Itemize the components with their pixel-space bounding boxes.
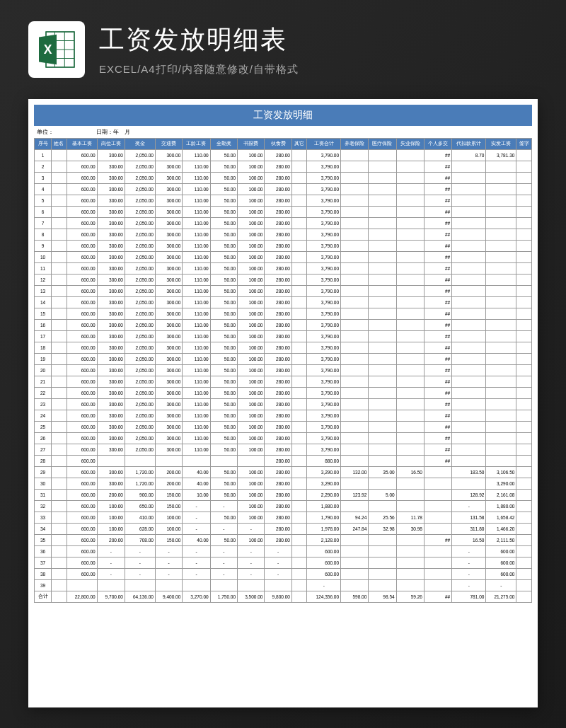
row-num: 28	[35, 456, 52, 467]
table-row: 36600.00-------600.00-600.00	[35, 546, 532, 557]
cell	[369, 308, 396, 320]
cell	[52, 478, 67, 490]
cell: 300.00	[97, 365, 125, 376]
cell	[452, 207, 486, 218]
cell: 2,050.00	[125, 320, 155, 331]
cell: 300.00	[155, 444, 182, 456]
cell: ##	[424, 320, 451, 331]
cell: ##	[424, 410, 451, 422]
cell: 50.00	[210, 399, 237, 410]
cell: ##	[424, 376, 451, 388]
cell	[125, 456, 155, 467]
row-num: 1	[35, 150, 52, 161]
cell	[52, 331, 67, 342]
cell	[452, 478, 486, 490]
cell	[516, 161, 532, 173]
cell	[291, 388, 307, 399]
cell	[291, 275, 307, 286]
cell: 100.00	[238, 150, 265, 161]
cell: 280.00	[265, 207, 291, 218]
cell: -	[183, 546, 210, 557]
cell	[291, 161, 307, 173]
cell: ##	[424, 218, 451, 229]
cell	[52, 490, 67, 501]
cell	[369, 569, 396, 580]
cell: 2,050.00	[125, 161, 155, 173]
row-num: 30	[35, 478, 52, 490]
table-row: 21600.00300.002,050.00300.00110.0050.001…	[35, 376, 532, 388]
cell: 150.00	[155, 501, 182, 512]
cell	[291, 456, 307, 467]
table-row: 12600.00300.002,050.00300.00110.0050.001…	[35, 275, 532, 286]
cell: 280.00	[265, 297, 291, 308]
cell	[291, 297, 307, 308]
col-header: 养老保险	[341, 139, 369, 150]
row-num: 4	[35, 184, 52, 195]
cell	[516, 444, 532, 456]
page-subtitle: EXCEL/A4打印/内容随意修改/自带格式	[99, 63, 299, 76]
cell	[396, 557, 424, 569]
cell	[369, 535, 396, 546]
cell	[452, 218, 486, 229]
col-header: 姓名	[52, 139, 67, 150]
cell: 100.00	[238, 241, 265, 252]
cell	[341, 207, 369, 218]
cell: 123.92	[341, 490, 369, 501]
cell: 100.00	[238, 388, 265, 399]
cell	[291, 150, 307, 161]
cell	[183, 580, 210, 591]
cell	[396, 173, 424, 184]
cell	[396, 410, 424, 422]
cell: 300.00	[155, 275, 182, 286]
cell: 2,050.00	[125, 150, 155, 161]
cell: 50.00	[210, 354, 237, 365]
cell: 2,050.00	[125, 207, 155, 218]
totals-cell: 781.00	[452, 591, 486, 603]
cell	[516, 478, 532, 490]
cell: 35.00	[369, 467, 396, 478]
cell: 2,161.08	[486, 490, 516, 501]
cell: 5.00	[369, 490, 396, 501]
cell	[424, 512, 451, 524]
cell: 600.00	[67, 161, 97, 173]
cell	[516, 512, 532, 524]
cell: 2,050.00	[125, 376, 155, 388]
cell	[516, 331, 532, 342]
cell: 2,050.00	[125, 365, 155, 376]
cell	[210, 456, 237, 467]
cell: 900.00	[125, 490, 155, 501]
cell	[341, 569, 369, 580]
cell: 50.00	[210, 173, 237, 184]
cell: 131.58	[452, 512, 486, 524]
cell	[341, 286, 369, 297]
cell	[369, 557, 396, 569]
totals-cell: 98.54	[369, 591, 396, 603]
cell	[396, 388, 424, 399]
cell	[516, 286, 532, 297]
cell	[486, 399, 516, 410]
cell: 300.00	[155, 263, 182, 275]
row-num: 2	[35, 161, 52, 173]
cell	[369, 331, 396, 342]
table-row: 32600.00100.00650.00150.00--100.00280.00…	[35, 501, 532, 512]
cell: 2,050.00	[125, 218, 155, 229]
cell	[396, 308, 424, 320]
cell: 300.00	[97, 308, 125, 320]
cell	[52, 433, 67, 444]
cell	[341, 150, 369, 161]
cell: 32.98	[369, 524, 396, 535]
cell: 600.00	[67, 546, 97, 557]
table-row: 24600.00300.002,050.00300.00110.0050.001…	[35, 410, 532, 422]
cell: 110.00	[183, 173, 210, 184]
cell: 3,790.00	[307, 275, 341, 286]
cell: 110.00	[183, 422, 210, 433]
cell: 280.00	[265, 365, 291, 376]
cell: 300.00	[97, 218, 125, 229]
cell: -	[183, 501, 210, 512]
cell: ##	[424, 229, 451, 241]
cell	[291, 252, 307, 263]
cell: 2,050.00	[125, 444, 155, 456]
cell	[516, 410, 532, 422]
cell: 110.00	[183, 388, 210, 399]
cell	[341, 444, 369, 456]
